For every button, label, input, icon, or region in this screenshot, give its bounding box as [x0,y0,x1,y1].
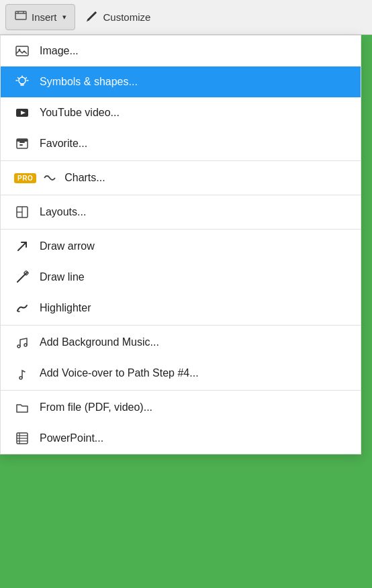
menu-item-symbols[interactable]: Symbols & shapes... [1,66,361,97]
svg-rect-7 [19,142,25,143]
chart-icon [42,170,58,185]
arrow-icon [14,239,30,254]
divider-1 [1,160,361,161]
svg-rect-0 [15,11,26,19]
menu-item-charts[interactable]: PRO Charts... [1,162,361,193]
svg-point-2 [19,49,21,51]
layout-icon [14,205,30,219]
voiceover-label: Add Voice-over to Path Step #4... [40,367,347,379]
svg-rect-1 [16,46,28,56]
line-icon [14,270,30,285]
menu-item-powerpoint[interactable]: PowerPoint... [1,423,361,454]
image-label: Image... [40,45,347,57]
menu-item-draw-line[interactable]: Draw line [1,262,361,293]
draw-arrow-label: Draw arrow [40,240,347,252]
divider-5 [1,390,361,391]
menu-item-image[interactable]: Image... [1,36,361,66]
favorite-icon [14,136,30,151]
divider-2 [1,195,361,195]
music-icon [14,335,30,350]
image-icon [14,44,30,58]
divider-3 [1,229,361,230]
pro-badge: PRO [14,173,36,183]
chevron-down-icon: ▾ [62,13,66,21]
customize-button[interactable]: Customize [78,6,159,28]
svg-point-15 [24,344,27,346]
menu-item-favorite[interactable]: Favorite... [1,128,361,159]
bulb-icon [14,75,30,89]
menu-item-layouts[interactable]: Layouts... [1,197,361,228]
voiceover-icon [14,366,30,381]
svg-point-14 [17,345,20,348]
bg-music-label: Add Background Music... [40,336,347,348]
divider-4 [1,325,361,326]
charts-pro-section: PRO [14,170,58,185]
layouts-label: Layouts... [40,206,347,218]
svg-point-16 [19,377,22,379]
symbols-label: Symbols & shapes... [40,76,347,88]
menu-item-highlighter[interactable]: Highlighter [1,293,361,324]
youtube-label: YouTube video... [40,107,347,119]
highlighter-label: Highlighter [40,302,347,314]
toolbar: Insert ▾ Customize [0,0,372,35]
insert-icon [14,9,28,26]
svg-rect-8 [19,144,23,146]
powerpoint-label: PowerPoint... [40,432,347,444]
favorite-label: Favorite... [40,138,347,150]
ppt-icon [14,431,30,446]
svg-rect-9 [17,139,28,142]
menu-item-from-file[interactable]: From file (PDF, video)... [1,392,361,423]
insert-button[interactable]: Insert ▾ [5,4,75,30]
draw-line-label: Draw line [40,271,347,283]
charts-label: Charts... [64,172,347,184]
insert-dropdown-menu: Image... Symbols & shapes... YouTube vid… [0,35,361,454]
youtube-icon [14,105,30,120]
menu-item-bg-music[interactable]: Add Background Music... [1,327,361,358]
customize-label: Customize [103,11,151,23]
insert-label: Insert [32,11,57,23]
pen-icon [86,10,98,24]
menu-item-voiceover[interactable]: Add Voice-over to Path Step #4... [1,358,361,389]
from-file-label: From file (PDF, video)... [40,401,347,413]
highlighter-icon [14,301,30,315]
folder-icon [14,400,30,415]
svg-point-3 [19,77,26,84]
menu-item-youtube[interactable]: YouTube video... [1,97,361,128]
menu-item-draw-arrow[interactable]: Draw arrow [1,231,361,262]
